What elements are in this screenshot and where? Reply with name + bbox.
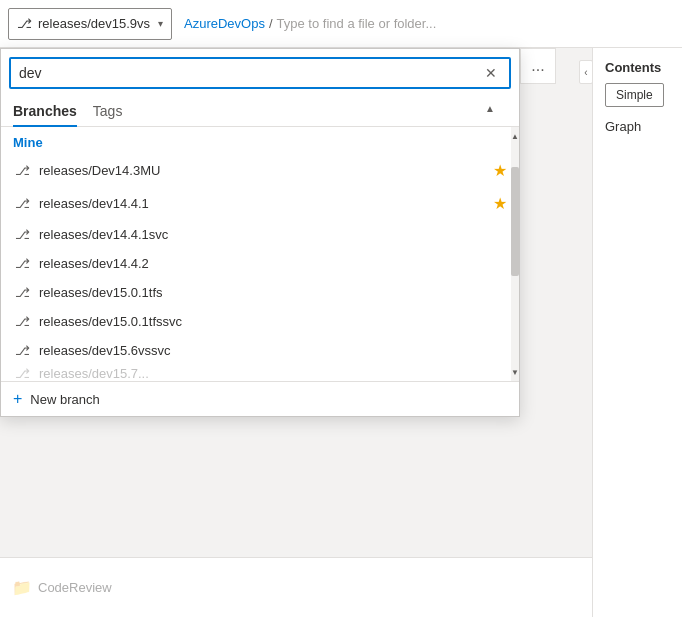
- branch-item-name: releases/dev14.4.1: [39, 196, 485, 211]
- list-item[interactable]: ⎇ releases/dev14.4.2: [1, 249, 519, 278]
- search-wrapper: ✕: [9, 57, 511, 89]
- branch-dropdown: ✕ Branches Tags ▲ Mine ⎇ releases/Dev14.…: [0, 48, 520, 417]
- more-icon: ...: [531, 57, 544, 75]
- branch-item-name: releases/dev15.7...: [39, 366, 507, 381]
- branch-item-name: releases/dev15.0.1tfssvc: [39, 314, 507, 329]
- bottom-area: 📁 CodeReview: [0, 557, 592, 617]
- contents-title: Contents: [593, 56, 673, 83]
- branch-list: ⎇ releases/Dev14.3MU ★ ⎇ releases/dev14.…: [1, 154, 519, 381]
- star-icon[interactable]: ★: [493, 194, 507, 213]
- search-input[interactable]: [19, 65, 481, 81]
- list-item: ⎇ releases/dev15.7...: [1, 365, 519, 381]
- branch-item-name: releases/dev14.4.2: [39, 256, 507, 271]
- new-branch-label: New branch: [30, 392, 99, 407]
- branch-item-name: releases/dev15.6vssvc: [39, 343, 507, 358]
- section-mine-header: Mine: [1, 127, 519, 154]
- more-options-button[interactable]: ...: [520, 48, 556, 84]
- list-scrollbar: ▲ ▼: [511, 127, 519, 381]
- branch-name: releases/dev15.9vs: [38, 16, 150, 31]
- branch-selector[interactable]: ⎇ releases/dev15.9vs ▾: [8, 8, 172, 40]
- tab-scroll-up-icon: ▲: [485, 102, 495, 113]
- branch-item-icon: ⎇: [13, 196, 31, 211]
- branch-item-name: releases/dev14.4.1svc: [39, 227, 507, 242]
- branch-item-icon: ⎇: [13, 366, 31, 381]
- star-icon[interactable]: ★: [493, 161, 507, 180]
- breadcrumb-root[interactable]: AzureDevOps: [184, 16, 265, 31]
- branch-item-icon: ⎇: [13, 285, 31, 300]
- folder-name: CodeReview: [38, 580, 112, 595]
- right-panel: ‹ Contents Simple Graph: [592, 48, 682, 617]
- list-item[interactable]: ⎇ releases/Dev14.3MU ★: [1, 154, 519, 187]
- breadcrumb-separator: /: [269, 16, 273, 31]
- scroll-up-button[interactable]: ▲: [511, 127, 519, 145]
- chevron-down-icon: ▾: [158, 18, 163, 29]
- branch-item-name: releases/dev15.0.1tfs: [39, 285, 507, 300]
- breadcrumb-placeholder[interactable]: Type to find a file or folder...: [277, 16, 437, 31]
- simple-view-button[interactable]: Simple: [605, 83, 664, 107]
- tabs-area: Branches Tags ▲: [1, 89, 519, 127]
- tab-branches[interactable]: Branches: [13, 97, 77, 127]
- branch-item-icon: ⎇: [13, 227, 31, 242]
- folder-icon: 📁: [12, 578, 32, 597]
- top-bar: ⎇ releases/dev15.9vs ▾ AzureDevOps / Typ…: [0, 0, 682, 48]
- scroll-down-button[interactable]: ▼: [511, 363, 519, 381]
- plus-icon: +: [13, 390, 22, 408]
- branch-item-icon: ⎇: [13, 163, 31, 178]
- branch-item-icon: ⎇: [13, 314, 31, 329]
- branch-icon: ⎇: [17, 16, 32, 31]
- list-item[interactable]: ⎇ releases/dev15.6vssvc: [1, 336, 519, 365]
- list-item[interactable]: ⎇ releases/dev14.4.1svc: [1, 220, 519, 249]
- new-branch-button[interactable]: + New branch: [1, 381, 519, 416]
- list-item[interactable]: ⎇ releases/dev15.0.1tfs: [1, 278, 519, 307]
- scroll-thumb[interactable]: [511, 167, 519, 276]
- breadcrumb: AzureDevOps / Type to find a file or fol…: [176, 16, 674, 31]
- graph-label: Graph: [593, 115, 653, 138]
- collapse-panel-button[interactable]: ‹: [579, 60, 593, 84]
- list-item[interactable]: ⎇ releases/dev14.4.1 ★: [1, 187, 519, 220]
- folder-item[interactable]: 📁 CodeReview: [12, 578, 112, 597]
- search-area: ✕: [1, 49, 519, 89]
- list-item[interactable]: ⎇ releases/dev15.0.1tfssvc: [1, 307, 519, 336]
- branch-item-icon: ⎇: [13, 343, 31, 358]
- clear-icon[interactable]: ✕: [481, 63, 501, 83]
- scroll-track: [511, 145, 519, 363]
- branch-item-icon: ⎇: [13, 256, 31, 271]
- branch-item-name: releases/Dev14.3MU: [39, 163, 485, 178]
- tab-tags[interactable]: Tags: [93, 97, 123, 127]
